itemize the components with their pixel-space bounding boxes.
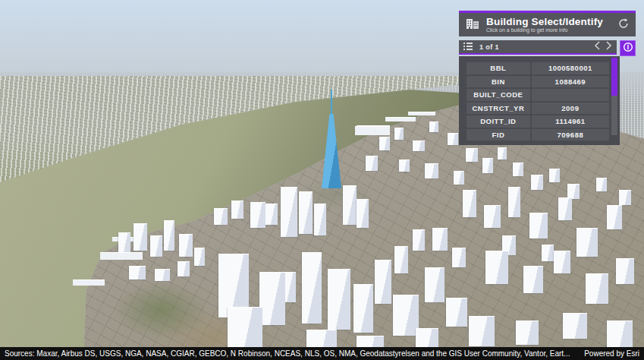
building[interactable] — [394, 128, 404, 140]
attribute-value: 1000580001 — [532, 62, 609, 74]
building[interactable] — [399, 159, 410, 172]
selected-building[interactable] — [322, 90, 341, 188]
building[interactable] — [616, 258, 634, 284]
building[interactable] — [554, 251, 570, 273]
building[interactable] — [265, 204, 278, 225]
scrollbar-thumb[interactable] — [611, 58, 617, 96]
building[interactable] — [516, 321, 539, 345]
building[interactable] — [73, 279, 105, 286]
powered-by-esri-link[interactable]: Powered by Esri — [584, 349, 639, 358]
building[interactable] — [281, 187, 297, 237]
attribute-value — [532, 89, 609, 101]
building[interactable] — [452, 248, 466, 267]
building[interactable] — [408, 112, 435, 115]
previous-feature-button[interactable] — [594, 41, 601, 52]
building[interactable] — [429, 122, 438, 132]
building[interactable] — [379, 137, 390, 150]
attribute-label: CNSTRCT_YR — [467, 103, 530, 115]
building[interactable] — [155, 269, 170, 281]
building[interactable] — [129, 266, 146, 279]
building[interactable] — [466, 148, 478, 162]
building[interactable] — [586, 273, 608, 304]
building[interactable] — [302, 252, 322, 324]
building-icon — [465, 17, 480, 33]
panel-header: Building Select/Identify Click on a buil… — [459, 11, 636, 36]
building[interactable] — [523, 266, 543, 293]
attribute-row: FID 709688 — [467, 129, 609, 141]
building[interactable] — [118, 232, 130, 252]
building[interactable] — [134, 223, 147, 251]
map-sources-text: Sources: Maxar, Airbus DS, USGS, NGA, NA… — [5, 349, 570, 358]
building[interactable] — [508, 187, 520, 217]
building[interactable] — [558, 197, 572, 220]
building[interactable] — [425, 267, 445, 302]
building[interactable] — [375, 260, 391, 304]
building[interactable] — [482, 158, 493, 173]
info-view-button[interactable] — [620, 40, 636, 56]
building[interactable] — [607, 205, 622, 229]
building[interactable] — [250, 202, 265, 228]
building[interactable] — [529, 213, 548, 238]
building[interactable] — [576, 228, 598, 257]
feature-list-button[interactable] — [463, 41, 473, 52]
building[interactable] — [150, 235, 162, 257]
panel-scrollbar[interactable] — [611, 58, 617, 135]
building[interactable] — [567, 184, 580, 199]
building[interactable] — [619, 190, 631, 205]
building[interactable] — [425, 163, 438, 178]
reset-button[interactable] — [617, 17, 630, 32]
building[interactable] — [353, 284, 373, 333]
building[interactable] — [394, 246, 408, 273]
building[interactable] — [549, 169, 560, 182]
building[interactable] — [314, 204, 326, 235]
info-icon — [623, 42, 633, 55]
building[interactable] — [485, 251, 508, 284]
building[interactable] — [463, 190, 476, 217]
building[interactable] — [357, 199, 369, 228]
building[interactable] — [413, 229, 425, 251]
chevron-left-icon — [594, 41, 601, 52]
reset-icon — [617, 17, 630, 32]
attribute-value: 1088469 — [532, 76, 609, 88]
building[interactable] — [448, 133, 458, 145]
building[interactable] — [164, 220, 174, 251]
attribute-table: BBL 1000580001 BIN 1088469 BUILT_CODE CN… — [467, 62, 609, 141]
building[interactable] — [446, 298, 467, 327]
building[interactable] — [231, 201, 243, 219]
attribute-panel: BBL 1000580001 BIN 1088469 BUILT_CODE CN… — [459, 56, 620, 145]
building[interactable] — [343, 185, 357, 225]
attribute-value: 709688 — [532, 129, 609, 141]
building[interactable] — [469, 316, 495, 346]
building[interactable] — [385, 117, 416, 122]
building[interactable] — [596, 178, 607, 191]
chevron-right-icon — [605, 41, 612, 52]
building[interactable] — [542, 245, 554, 261]
building[interactable] — [366, 156, 378, 171]
building[interactable] — [328, 269, 350, 330]
attribute-label: BIN — [467, 76, 530, 88]
building[interactable] — [100, 252, 143, 260]
next-feature-button[interactable] — [605, 41, 612, 52]
building[interactable] — [194, 248, 205, 266]
building[interactable] — [563, 313, 587, 339]
building[interactable] — [177, 261, 190, 276]
building[interactable] — [228, 307, 262, 348]
building[interactable] — [214, 208, 228, 225]
building-spire — [331, 90, 332, 115]
building[interactable] — [179, 234, 193, 257]
attribute-value: 1114961 — [532, 115, 609, 128]
building[interactable] — [513, 163, 523, 176]
building[interactable] — [355, 126, 390, 135]
building[interactable] — [607, 321, 633, 349]
building[interactable] — [413, 141, 425, 151]
building[interactable] — [259, 272, 285, 325]
building[interactable] — [299, 191, 313, 234]
attribute-row: CNSTRCT_YR 2009 — [467, 103, 609, 115]
building[interactable] — [454, 171, 464, 185]
building[interactable] — [432, 228, 448, 251]
building[interactable] — [498, 147, 507, 159]
building[interactable] — [531, 175, 543, 190]
building[interactable] — [393, 295, 419, 336]
building[interactable] — [484, 205, 501, 228]
list-icon — [463, 41, 473, 52]
